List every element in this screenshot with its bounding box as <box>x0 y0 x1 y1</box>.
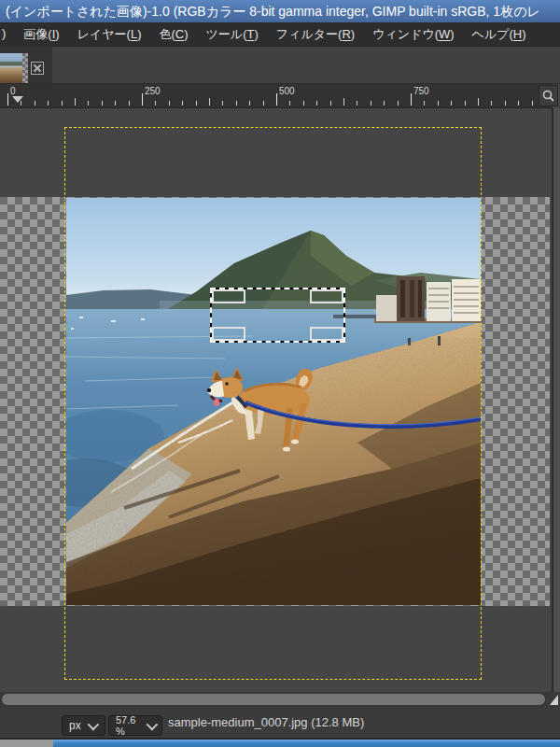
ruler-tick <box>451 101 452 106</box>
image-thumbnail[interactable] <box>0 53 22 83</box>
selection-handle-top-right[interactable] <box>310 289 343 303</box>
ruler-tick <box>102 101 103 106</box>
image-canvas-area[interactable] <box>0 108 553 692</box>
zoom-select[interactable]: 57.6 % <box>108 715 162 736</box>
chevron-down-icon <box>87 718 99 730</box>
horizontal-scrollbar-thumb[interactable] <box>2 694 545 705</box>
ruler-tick <box>330 101 331 106</box>
menu-items: )画像(I)レイヤー(L)色(C)ツール(T)フィルター(R)ウィンドウ(W)ヘ… <box>2 26 526 43</box>
image-tab-bar <box>0 47 560 84</box>
ruler-pointer-marker <box>12 96 23 103</box>
ruler-tick <box>276 93 277 106</box>
ruler-tick <box>75 98 76 106</box>
menu-item[interactable]: 色(C) <box>159 26 188 43</box>
menu-bar: )画像(I)レイヤー(L)色(C)ツール(T)フィルター(R)ウィンドウ(W)ヘ… <box>0 22 560 47</box>
ruler-tick <box>532 101 533 106</box>
layer-boundary <box>64 127 482 680</box>
selection-handle-top-left[interactable] <box>212 289 245 303</box>
x-box-icon[interactable] <box>31 62 44 75</box>
status-bar: px 57.6 % sample-medium_0007.jpg (12.8 M… <box>0 707 560 738</box>
menu-item[interactable]: レイヤー(L) <box>77 26 142 43</box>
ruler-tick <box>169 101 170 106</box>
menu-item[interactable]: ツール(T) <box>206 26 259 43</box>
ruler-tick <box>303 101 304 106</box>
ruler-tick <box>438 101 439 106</box>
ruler-tick <box>398 101 399 106</box>
ruler-tick <box>371 101 371 106</box>
status-filename: sample-medium_0007.jpg (12.8 MB) <box>168 707 364 738</box>
zoom-follow-window-button[interactable] <box>539 85 558 106</box>
menu-item[interactable]: ウィンドウ(W) <box>372 26 454 43</box>
ruler-tick <box>35 101 35 106</box>
gimp-window: (インポートされた画像)-1.0 (RGBカラー 8-bit gamma int… <box>0 0 560 747</box>
ruler-tick <box>115 101 116 106</box>
ruler-tick <box>384 101 385 106</box>
ruler-tick <box>88 101 89 106</box>
ruler-tick <box>236 101 237 106</box>
taskbar-blue-strip <box>53 740 560 747</box>
zoom-select-value: 57.6 % <box>116 714 140 737</box>
ruler-tick <box>357 101 357 106</box>
ruler-label: 750 <box>413 86 429 96</box>
window-titlebar[interactable]: (インポートされた画像)-1.0 (RGBカラー 8-bit gamma int… <box>0 0 560 22</box>
selection-handle-bottom-right[interactable] <box>310 327 343 341</box>
menu-item[interactable]: ) <box>2 26 6 43</box>
ruler-tick <box>48 101 49 106</box>
ruler-label: 500 <box>279 86 295 96</box>
ruler-tick <box>142 93 143 106</box>
ruler-tick <box>491 101 492 106</box>
ruler-label: 0 <box>10 86 16 96</box>
ruler-tick <box>424 101 425 106</box>
window-title: (インポートされた画像)-1.0 (RGBカラー 8-bit gamma int… <box>6 4 540 19</box>
ruler-tick <box>62 101 63 106</box>
menu-item[interactable]: フィルター(R) <box>276 26 355 43</box>
ruler-tick <box>411 93 412 106</box>
ruler-tick <box>478 98 479 106</box>
selection-marching-ants[interactable] <box>210 288 345 343</box>
ruler-tick <box>343 98 344 106</box>
ruler-tick <box>249 101 250 106</box>
chevron-down-icon <box>147 718 159 730</box>
magnifier-icon <box>541 89 555 103</box>
unit-select-value: px <box>69 719 81 732</box>
ruler-tick <box>263 101 264 106</box>
ruler-tick <box>316 101 317 106</box>
ruler-tick <box>196 101 197 106</box>
ruler-tick <box>289 101 290 106</box>
selection-handle-bottom-left[interactable] <box>212 327 245 341</box>
menu-item[interactable]: ヘルプ(H) <box>472 26 526 43</box>
ruler-tick <box>155 101 156 106</box>
ruler-tick <box>129 101 130 106</box>
ruler-tick <box>505 101 506 106</box>
vertical-scrollbar[interactable] <box>552 108 560 692</box>
ruler-tick <box>209 98 210 106</box>
ruler-tick <box>465 101 466 106</box>
ruler-tick <box>518 101 519 106</box>
navigation-triangle-icon[interactable] <box>547 692 560 707</box>
thumbnail-transparent-strip <box>22 53 28 83</box>
ruler-tick <box>7 93 8 106</box>
ruler-label: 250 <box>145 86 161 96</box>
horizontal-ruler[interactable]: 02505007501000 <box>0 84 553 108</box>
ruler-tick <box>222 101 223 106</box>
horizontal-scrollbar[interactable] <box>0 692 547 707</box>
taskbar-left-segment <box>0 740 53 747</box>
unit-select[interactable]: px <box>62 715 105 736</box>
ruler-tick <box>182 101 183 106</box>
active-image-tab[interactable] <box>0 47 52 83</box>
menu-item[interactable]: 画像(I) <box>23 26 59 43</box>
